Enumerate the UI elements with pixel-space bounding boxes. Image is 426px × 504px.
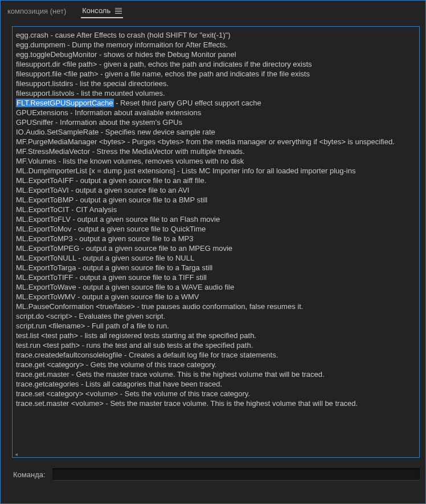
console-line: egg.toggleDebugMonitor - shows or hides … bbox=[16, 50, 416, 59]
tab-composition-label: композиция (нет) bbox=[7, 7, 66, 15]
console-line: MF.Volumes - lists the known volumes, re… bbox=[16, 156, 416, 166]
console-line: ML.ExportToNULL - output a given source … bbox=[16, 253, 416, 263]
console-output-text: egg.crash - cause After Effects to crash… bbox=[13, 27, 419, 412]
console-line: trace.set <category> <volume> - Sets the… bbox=[16, 389, 416, 399]
console-line: ML.ExportToWave - output a given source … bbox=[16, 282, 416, 292]
console-line: ML.ExportToMP3 - output a given source f… bbox=[16, 234, 416, 243]
console-line: ML.ExportToFLV - output a given source f… bbox=[16, 214, 416, 224]
scroll-left-icon[interactable]: ◂ bbox=[14, 452, 18, 456]
console-line: test.run <test path> - runs the test and… bbox=[16, 340, 416, 350]
selected-text: FLT.ResetGPUSupportCache bbox=[16, 99, 114, 107]
console-line: ML.ExportToBMP - output a given source f… bbox=[16, 195, 416, 205]
console-line: ML.PauseConformation <true/false> - true… bbox=[16, 302, 416, 311]
console-line: trace.get <category> - Gets the volume o… bbox=[16, 360, 416, 369]
console-line: ML.ExportToMov - output a given source f… bbox=[16, 224, 416, 234]
command-row: Команда: bbox=[1, 462, 425, 503]
console-line: MF.PurgeMediaManager <bytes> - Purges <b… bbox=[16, 137, 416, 147]
console-line: script.do <script> - Evaluates the given… bbox=[16, 311, 416, 321]
console-line: test.list <test path> - lists all regist… bbox=[16, 331, 416, 340]
console-line: filesupport.listdirs - list the special … bbox=[16, 79, 416, 88]
console-line: trace.getcategories - Lists all catagori… bbox=[16, 379, 416, 389]
console-line: ML.ExportToWMV - output a given source f… bbox=[16, 292, 416, 302]
console-line: egg.crash - cause After Effects to crash… bbox=[16, 30, 416, 40]
console-line: script.run <filename> - Full path of a f… bbox=[16, 321, 416, 331]
console-line: trace.set.master <volume> - Sets the mas… bbox=[16, 399, 416, 408]
console-line: ML.ExportToCIT - CIT Analysis bbox=[16, 205, 416, 214]
console-line: ML.ExportToTIFF - output a given source … bbox=[16, 273, 416, 282]
panel-menu-icon[interactable] bbox=[115, 8, 122, 14]
tab-composition[interactable]: композиция (нет) bbox=[6, 5, 67, 18]
console-line: GPUSniffer - Information about the syste… bbox=[16, 117, 416, 127]
console-line: FLT.ResetGPUSupportCache - Reset third p… bbox=[16, 98, 416, 108]
console-line: trace.createdefaultconsolelogfile - Crea… bbox=[16, 350, 416, 360]
console-output-panel[interactable]: egg.crash - cause After Effects to crash… bbox=[12, 26, 420, 458]
command-label: Команда: bbox=[13, 470, 46, 479]
console-line: ML.DumpImporterList [x = dump just exten… bbox=[16, 166, 416, 176]
tab-console-label: Консоль bbox=[82, 6, 110, 15]
console-line: GPUExtensions - Information about availa… bbox=[16, 108, 416, 117]
console-line: ML.ExportToMPEG - output a given source … bbox=[16, 243, 416, 253]
console-line: ML.ExportToAIFF - output a given source … bbox=[16, 176, 416, 185]
tab-bar: композиция (нет) Консоль bbox=[1, 1, 425, 21]
console-line: filesupport.file <file path> - given a f… bbox=[16, 69, 416, 79]
console-line: IO.Audio.SetSampleRate - Specifies new d… bbox=[16, 127, 416, 137]
console-line: filesupport.dir <file path> - given a pa… bbox=[16, 59, 416, 69]
tab-console[interactable]: Консоль bbox=[81, 4, 123, 18]
console-line: MF.StressMediaVector - Stress the MediaV… bbox=[16, 147, 416, 156]
command-input[interactable] bbox=[52, 468, 420, 481]
console-line: ML.ExportToAVI - output a given source f… bbox=[16, 185, 416, 195]
console-line: ML.ExportToTarga - output a given source… bbox=[16, 263, 416, 273]
console-line: filesupport.listvols - list the mounted … bbox=[16, 88, 416, 98]
console-line: egg.dumpmem - Dump the memory informaiti… bbox=[16, 40, 416, 50]
console-line: trace.get.master - Gets the master trace… bbox=[16, 369, 416, 379]
